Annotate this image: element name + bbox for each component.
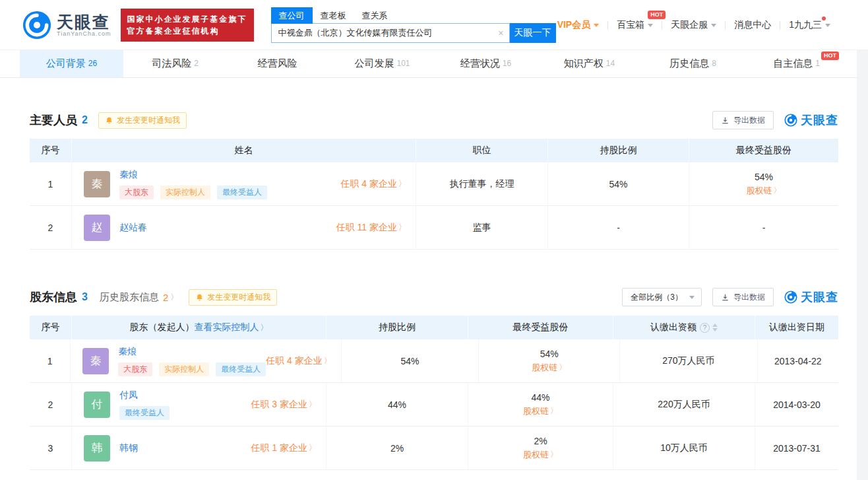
col-final-benefit-shares: 最终受益股份 <box>689 139 838 162</box>
position-value: 执行董事，经理 <box>416 162 548 205</box>
menu-message-center[interactable]: 消息中心 <box>726 19 780 31</box>
help-icon[interactable]: ? <box>700 323 710 333</box>
search-tab-relation[interactable]: 查关系 <box>354 7 396 24</box>
col-subscribed-amount: 认缴出资额 ? <box>613 316 755 339</box>
export-data-button[interactable]: 导出数据 <box>712 288 774 306</box>
search-tab-company[interactable]: 查公司 <box>271 7 313 24</box>
row-index: 1 <box>30 339 71 382</box>
notification-dot <box>822 17 826 20</box>
chevron-right-icon: 〉 <box>324 355 332 366</box>
amount-value: 220万人民币 <box>613 383 755 426</box>
person-name-link[interactable]: 赵站春 <box>119 222 147 234</box>
tag-final-beneficiary: 最终受益人 <box>217 186 267 199</box>
tab-judicial-risk[interactable]: 司法风险2 <box>123 50 227 77</box>
serve-companies-link[interactable]: 任职 4 家企业〉 <box>266 355 332 367</box>
person-name-link[interactable]: 秦烺 <box>119 169 138 181</box>
clear-icon[interactable]: × <box>498 28 503 38</box>
tianyancha-watermark: 天眼查 <box>784 289 838 305</box>
serve-companies-link[interactable]: 任职 3 家企业〉 <box>251 399 317 411</box>
search-input[interactable] <box>272 24 509 42</box>
row-index: 2 <box>30 383 72 426</box>
tianyancha-logo-icon <box>22 11 51 40</box>
avatar[interactable]: 付 <box>84 392 110 418</box>
tab-operation-risk[interactable]: 经营风险 <box>227 50 330 77</box>
person-name-link[interactable]: 秦烺 <box>118 346 137 358</box>
chevron-right-icon: 〉 <box>559 362 567 373</box>
table-row: 2 付 付凤 最终受益人 任职 3 家企业〉 44% 44% 股权链〉 220万… <box>30 383 838 427</box>
serve-companies-link[interactable]: 任职 1 家企业〉 <box>251 442 317 454</box>
notify-on-change-button[interactable]: 发生变更时通知我 <box>189 289 277 306</box>
shareholder-section: 股东信息 3 历史股东信息 2 〉 发生变更时通知我 全部比例（3） 导出数据 … <box>0 288 868 470</box>
gov-badge-line1: 国家中小企业发展子基金旗下 <box>127 13 247 25</box>
avatar[interactable]: 秦 <box>84 171 110 197</box>
row-index: 3 <box>30 427 72 469</box>
col-name: 姓名 <box>72 139 416 162</box>
col-shareholder: 股东（发起人） 查看实际控制人〉 <box>72 316 326 339</box>
benefit-value: 2% <box>534 436 547 446</box>
sort-icon[interactable] <box>712 324 718 331</box>
menu-vip[interactable]: VIP会员 <box>549 19 608 31</box>
tab-intellectual-property[interactable]: 知识产权14 <box>538 50 641 77</box>
tab-company-background[interactable]: 公司背景26 <box>20 50 123 77</box>
tag-major-shareholder: 大股东 <box>119 186 154 199</box>
menu-enterprise-service[interactable]: 天眼企服 <box>662 19 725 31</box>
shareholder-table: 序号 股东（发起人） 查看实际控制人〉 持股比例 最终受益股份 认缴出资额 ? … <box>30 316 838 470</box>
tag-actual-controller: 实际控制人 <box>160 186 210 199</box>
tag-final-beneficiary: 最终受益人 <box>216 362 266 376</box>
chevron-down-icon <box>689 296 695 299</box>
export-data-button[interactable]: 导出数据 <box>712 111 774 129</box>
tab-self-info[interactable]: 自主信息1 HOT <box>745 50 848 77</box>
equity-chain-link[interactable]: 股权链〉 <box>532 362 567 374</box>
section-count: 3 <box>82 291 88 303</box>
bell-icon <box>105 116 113 125</box>
history-shareholders-link[interactable]: 历史股东信息 2 〉 <box>100 291 178 304</box>
tianyancha-logo[interactable]: 天眼查 TianYanCha.com <box>22 11 111 40</box>
table-header: 序号 姓名 职位 持股比例 最终受益股份 <box>30 139 838 162</box>
date-value: 2013-07-31 <box>755 427 838 469</box>
col-index: 序号 <box>30 316 72 339</box>
col-position: 职位 <box>416 139 548 162</box>
tag-actual-controller: 实际控制人 <box>159 362 209 376</box>
top-menu: VIP会员 HOT 百宝箱 天眼企服 消息中心 1九九三 <box>549 0 839 50</box>
table-row: 1 秦 秦烺 大股东 实际控制人 最终受益人 任职 4 家企业〉 54% 54%… <box>30 339 838 383</box>
avatar[interactable]: 赵 <box>84 215 110 241</box>
equity-chain-link[interactable]: 股权链〉 <box>523 405 558 417</box>
chevron-right-icon: 〉 <box>774 185 782 196</box>
avatar[interactable]: 秦 <box>82 348 109 374</box>
benefit-value: 54% <box>540 349 559 359</box>
section-count: 2 <box>82 114 88 126</box>
serve-companies-link[interactable]: 任职 4 家企业〉 <box>340 178 406 190</box>
key-personnel-table: 序号 姓名 职位 持股比例 最终受益股份 1 秦 秦烺 大股东 实际控制人 最终… <box>30 139 838 250</box>
ratio-value: - <box>548 206 689 249</box>
menu-toolbox[interactable]: HOT 百宝箱 <box>608 19 662 31</box>
tab-history-info[interactable]: 历史信息8 <box>641 50 745 77</box>
view-actual-controller-link[interactable]: 查看实际控制人〉 <box>195 322 268 333</box>
notify-on-change-button[interactable]: 发生变更时通知我 <box>98 112 187 129</box>
top-bar: 天眼查 TianYanCha.com 国家中小企业发展子基金旗下 官方备案企业征… <box>0 0 868 50</box>
row-index: 1 <box>30 162 72 205</box>
avatar[interactable]: 韩 <box>84 435 110 462</box>
menu-account[interactable]: 1九九三 <box>780 19 839 31</box>
equity-chain-link[interactable]: 股权链〉 <box>523 449 558 461</box>
chevron-right-icon: 〉 <box>309 442 317 454</box>
equity-chain-link[interactable]: 股权链〉 <box>747 185 782 197</box>
col-shareholding-ratio: 持股比例 <box>548 139 689 162</box>
download-icon <box>721 116 729 125</box>
person-name-link[interactable]: 韩钢 <box>119 442 138 454</box>
chevron-down-icon <box>648 24 653 27</box>
amount-value: 270万人民币 <box>620 339 758 382</box>
search-tabs: 查公司 查老板 查关系 <box>271 7 556 24</box>
chevron-right-icon: 〉 <box>550 405 558 417</box>
scrollbar-track[interactable] <box>857 50 868 480</box>
tab-operating-status[interactable]: 经营状况16 <box>434 50 538 77</box>
chevron-right-icon: 〉 <box>170 292 178 303</box>
tab-company-development[interactable]: 公司发展101 <box>330 50 434 77</box>
person-name-link[interactable]: 付凤 <box>119 390 138 401</box>
search-tab-boss[interactable]: 查老板 <box>313 7 354 24</box>
table-row: 3 韩 韩钢 任职 1 家企业〉 2% 2% 股权链〉 10万人民币 2013-… <box>30 427 838 470</box>
bell-icon <box>195 293 204 302</box>
logo-title: 天眼查 <box>57 13 111 30</box>
ratio-filter-dropdown[interactable]: 全部比例（3） <box>622 288 702 306</box>
serve-companies-link[interactable]: 任职 11 家企业〉 <box>336 222 406 234</box>
chevron-right-icon: 〉 <box>398 222 406 233</box>
